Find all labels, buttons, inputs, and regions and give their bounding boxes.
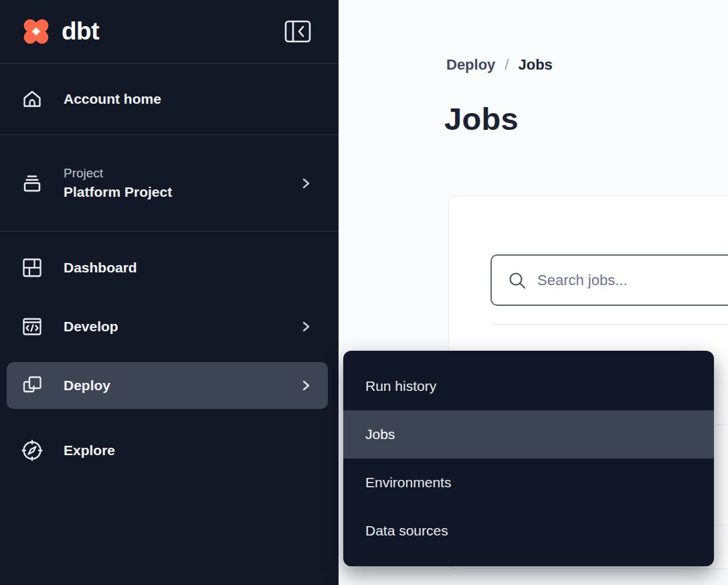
search-jobs-input[interactable] [537, 272, 728, 289]
project-selector-text: Project Platform Project [64, 164, 172, 203]
collapse-sidebar-button[interactable] [284, 19, 312, 44]
breadcrumb-jobs: Jobs [518, 56, 552, 74]
menu-item-run-history[interactable]: Run history [343, 362, 714, 410]
search-box[interactable] [490, 254, 728, 306]
dbt-logo[interactable]: dbt [19, 14, 99, 49]
card-divider [490, 324, 728, 325]
sidebar-item-account-home[interactable]: Account home [0, 64, 339, 135]
sidebar-item-label: Deploy [64, 378, 110, 394]
menu-item-data-sources[interactable]: Data sources [343, 507, 714, 555]
page-title: Jobs [444, 100, 519, 137]
sidebar-item-develop[interactable]: Develop [0, 297, 339, 356]
home-icon [20, 87, 44, 111]
chevron-right-icon [300, 321, 312, 333]
sidebar-item-label: Dashboard [64, 260, 137, 276]
sidebar-item-label: Account home [64, 91, 161, 107]
explore-compass-icon [20, 438, 44, 463]
project-stack-icon [20, 171, 44, 195]
deploy-squares-icon [20, 373, 44, 398]
sidebar-item-project[interactable]: Project Platform Project [0, 135, 339, 232]
breadcrumb-separator: / [505, 56, 509, 74]
develop-code-window-icon [20, 315, 44, 339]
search-icon [508, 271, 527, 290]
chevron-right-icon [300, 380, 312, 392]
dashboard-grid-icon [20, 256, 44, 280]
sidebar-item-explore[interactable]: Explore [0, 421, 339, 480]
sidebar-item-label: Explore [64, 442, 115, 458]
collapse-sidebar-icon [284, 19, 312, 44]
menu-item-jobs[interactable]: Jobs [343, 410, 714, 458]
project-label: Project [64, 164, 172, 183]
deploy-submenu: Run history Jobs Environments Data sourc… [343, 351, 714, 566]
breadcrumb: Deploy / Jobs [446, 56, 553, 74]
sidebar-nav: Dashboard Develop [0, 232, 339, 480]
sidebar-header: dbt [0, 0, 339, 64]
menu-item-environments[interactable]: Environments [343, 458, 714, 507]
sidebar-item-dashboard[interactable]: Dashboard [0, 238, 339, 297]
dbt-logo-mark-icon [19, 14, 54, 49]
project-name: Platform Project [64, 182, 172, 202]
sidebar-item-deploy[interactable]: Deploy [0, 362, 339, 421]
sidebar: dbt Account home [0, 0, 339, 585]
breadcrumb-deploy[interactable]: Deploy [446, 56, 495, 74]
chevron-right-icon [300, 177, 312, 189]
sidebar-item-label: Develop [64, 319, 118, 335]
dbt-logo-text: dbt [62, 17, 99, 46]
